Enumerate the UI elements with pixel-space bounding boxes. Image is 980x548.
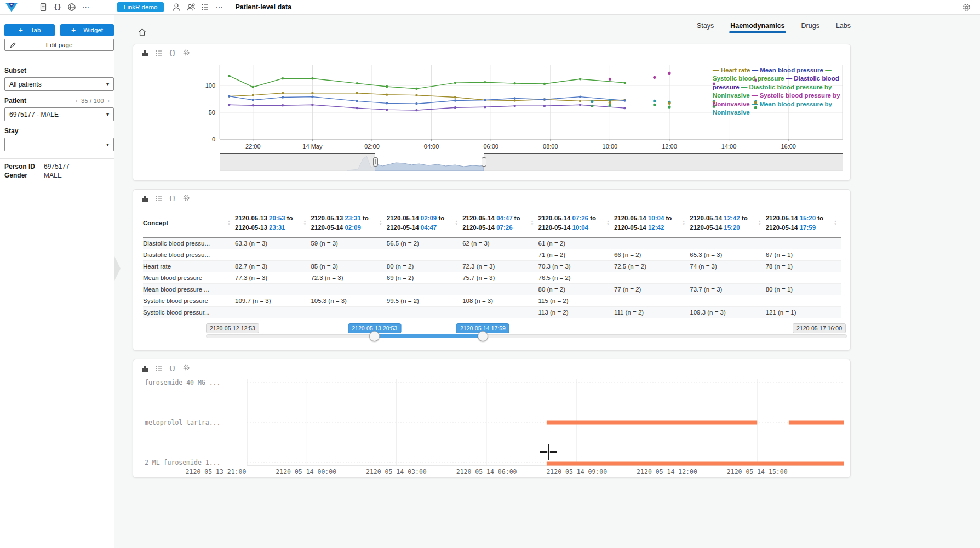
period-header[interactable]: 2120-05-14 10:04 to2120-05-14 12:42▲▼ [614,214,690,232]
top-bar: {} ⋯ LinkR demo ⋯ Patient-level data [0,0,980,15]
home-icon[interactable] [136,26,148,38]
period-header[interactable]: 2120-05-14 15:20 to2120-05-14 17:59▲▼ [766,214,841,232]
plus-icon: + [71,26,76,34]
period-header[interactable]: 2120-05-13 23:31 to2120-05-14 02:09▲▼ [311,214,386,232]
stay-select[interactable]: ▾ [4,138,114,151]
sidebar-collapse-handle[interactable] [114,256,121,281]
pencil-icon [9,42,16,49]
bar-chart-icon[interactable] [141,194,149,202]
legend-item[interactable]: — Mean blood pressure [752,67,823,73]
svg-text:2120-05-14 12:00: 2120-05-14 12:00 [637,468,697,476]
value-cell: 85 (n = 3) [311,263,386,270]
tab-labs[interactable]: Labs [836,22,851,33]
aggregates-table-widget: {} Concept▲▼2120-05-13 20:53 to2120-05-1… [133,189,851,351]
table-row[interactable]: Systolic blood pressur...113 (n = 2)111 … [143,307,841,318]
sort-icon[interactable]: ▲▼ [606,220,610,226]
gender-value: MALE [44,172,62,179]
svg-text:2120-05-14 06:00: 2120-05-14 06:00 [456,468,517,476]
svg-text:02:00: 02:00 [364,143,380,150]
more-icon[interactable]: ⋯ [79,1,93,13]
add-widget-button[interactable]: + Widget [60,24,114,36]
divider [0,158,114,159]
settings-gear-icon[interactable] [959,1,973,13]
navigator-handle-right[interactable] [482,157,486,167]
svg-text:08:00: 08:00 [543,143,558,150]
haemodynamics-widget: {} 22:0014 May02:0004:0006:0008:0010:001… [133,44,851,181]
gear-icon[interactable] [182,194,190,202]
tab-haemodynamics[interactable]: Haemodynamics [730,22,784,33]
person-add-icon[interactable] [184,1,198,13]
value-cell: 65.3 (n = 3) [690,252,765,258]
svg-text:furosemide 40 MG ...: furosemide 40 MG ... [145,379,220,386]
sort-icon[interactable]: ▲▼ [834,220,837,226]
widget-toolbar: {} [141,193,190,202]
period-header[interactable]: 2120-05-14 12:42 to2120-05-14 15:20▲▼ [690,214,765,232]
value-cell: 73.7 (n = 3) [690,286,765,293]
svg-text:2120-05-13 21:00: 2120-05-13 21:00 [186,468,247,476]
subset-label: Subset [4,67,26,75]
table-row[interactable]: Heart rate82.7 (n = 3)85 (n = 3)80 (n = … [143,261,841,272]
table-row[interactable]: Mean blood pressure77.3 (n = 3)72.3 (n =… [143,272,841,284]
legend-item[interactable]: — Heart rate [713,67,750,73]
value-cell: 115 (n = 2) [538,298,614,304]
chevron-down-icon: ▾ [106,111,109,117]
plus-icon: + [19,26,23,34]
svg-text:04:00: 04:00 [424,143,439,150]
concept-cell: Systolic blood pressur... [143,309,235,316]
value-cell: 78 (n = 1) [766,263,841,270]
sort-icon[interactable]: ▲▼ [379,220,382,226]
period-header[interactable]: 2120-05-13 20:53 to2120-05-13 23:31▲▼ [235,214,311,232]
tab-drugs[interactable]: Drugs [801,22,819,33]
tab-stays[interactable]: Stays [697,22,714,33]
document-icon[interactable] [36,1,50,13]
sort-icon[interactable]: ▲▼ [455,220,458,226]
table-row[interactable]: Mean blood pressure ...80 (n = 2)77 (n =… [143,284,841,295]
chevron-right-icon[interactable]: › [107,96,110,105]
time-range-slider[interactable] [206,334,847,338]
period-header[interactable]: 2120-05-14 02:09 to2120-05-14 04:47▲▼ [387,214,462,232]
svg-text:2 ML furosemide 1...: 2 ML furosemide 1... [145,459,220,466]
value-cell: 113 (n = 2) [538,309,614,316]
slider-handle-end[interactable] [478,331,488,341]
list-icon[interactable] [154,194,163,202]
navigator[interactable] [220,153,843,171]
value-cell: 99.5 (n = 2) [387,298,462,304]
linkr-demo-chip[interactable]: LinkR demo [117,2,164,12]
edit-page-button[interactable]: Edit page [4,39,114,51]
svg-text:100: 100 [205,82,215,89]
braces-icon[interactable]: {} [168,194,176,202]
period-header[interactable]: 2120-05-14 07:26 to2120-05-14 10:04▲▼ [538,214,614,232]
more-icon-2[interactable]: ⋯ [212,1,226,13]
chart-legend: — Heart rate — Mean blood pressure — Sys… [713,66,851,117]
table-row[interactable]: Systolic blood pressure109.7 (n = 3)105.… [143,295,841,307]
value-cell: 63.3 (n = 3) [235,240,311,247]
braces-icon[interactable]: {} [50,1,65,13]
add-tab-button[interactable]: + Tab [4,24,55,36]
slider-handle-start[interactable] [369,331,380,341]
navigator-mask-right [484,153,843,171]
navigator-handle-left[interactable] [373,157,378,167]
value-cell: 72.3 (n = 3) [462,263,538,270]
subset-select[interactable]: All patients ▾ [4,77,114,91]
drugs-timeline-widget: {} 2120-05-13 21:002120-05-14 00:002120-… [133,359,851,478]
table-row[interactable]: Diastolic blood pressu...71 (n = 2)66 (n… [143,249,841,261]
sort-icon[interactable]: ▲▼ [531,220,534,226]
app-logo[interactable] [4,1,19,13]
sort-icon[interactable]: ▲▼ [303,220,306,226]
value-cell: 61 (n = 2) [538,240,614,247]
sort-icon[interactable]: ▲▼ [227,220,231,226]
table-row[interactable]: Diastolic blood pressu...63.3 (n = 3)59 … [143,238,841,249]
sort-icon[interactable]: ▲▼ [682,220,685,226]
period-header[interactable]: 2120-05-14 04:47 to2120-05-14 07:26▲▼ [462,214,538,232]
value-cell: 71 (n = 2) [538,252,614,258]
sort-icon[interactable]: ▲▼ [758,220,761,226]
value-cell: 74 (n = 3) [690,263,765,270]
list-icon[interactable] [198,1,212,13]
chevron-left-icon[interactable]: ‹ [76,96,78,105]
globe-icon[interactable] [65,1,79,13]
concept-header[interactable]: Concept▲▼ [143,220,235,226]
patient-select[interactable]: 6975177 - MALE ▾ [4,107,114,121]
concept-cell: Mean blood pressure ... [143,286,235,293]
concept-cell: Systolic blood pressure [143,298,235,304]
person-icon[interactable] [169,1,184,13]
